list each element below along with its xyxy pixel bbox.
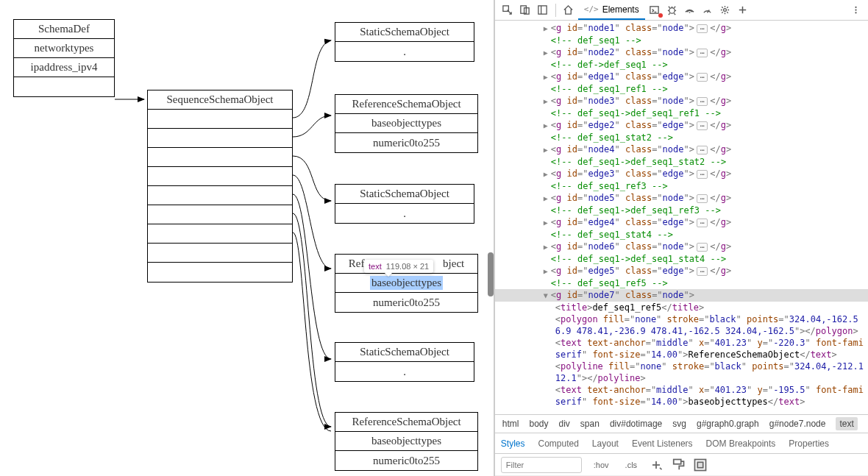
subtab-layout[interactable]: Layout bbox=[592, 434, 619, 453]
tooltip-dim: 119.08 × 21 bbox=[386, 262, 429, 271]
svg-point-9 bbox=[724, 9, 727, 12]
box-reference3: ReferenceSchemaObject baseobjecttypes nu… bbox=[335, 412, 478, 471]
subtab-computed[interactable]: Computed bbox=[538, 434, 578, 453]
console-icon[interactable] bbox=[647, 2, 663, 18]
subtab-event-listeners[interactable]: Event Listeners bbox=[632, 434, 693, 453]
paint-icon[interactable] bbox=[671, 458, 686, 472]
breadcrumb[interactable]: htmlbodydivspandiv#dotimagesvgg#graph0.g… bbox=[495, 414, 868, 433]
code-icon: </> bbox=[584, 4, 599, 14]
device-icon[interactable] bbox=[517, 2, 533, 18]
subtab-styles[interactable]: Styles bbox=[501, 434, 525, 453]
content-canvas[interactable]: SchemaDef networktypes ipaddress_ipv4 Se… bbox=[0, 0, 494, 476]
inspect-tooltip: text 119.08 × 21 bbox=[364, 260, 433, 273]
schemadef-row1: networktypes bbox=[14, 39, 114, 58]
bug-icon[interactable] bbox=[664, 2, 680, 18]
svg-rect-17 bbox=[674, 459, 681, 463]
more-icon[interactable] bbox=[847, 2, 864, 18]
svg-point-7 bbox=[669, 8, 675, 14]
svg-rect-19 bbox=[697, 462, 703, 468]
highlighted-text: baseobjecttypes bbox=[370, 276, 443, 290]
svg-rect-2 bbox=[521, 6, 527, 13]
schemadef-row2: ipaddress_ipv4 bbox=[14, 58, 114, 77]
tooltip-tag: text bbox=[369, 262, 382, 271]
breadcrumb-item[interactable]: g#node7.node bbox=[769, 419, 826, 429]
subtab-properties[interactable]: Properties bbox=[789, 434, 829, 453]
breadcrumb-item[interactable]: div#dotimage bbox=[610, 419, 662, 429]
settings-icon[interactable] bbox=[717, 2, 733, 18]
sequence-title: SequenceSchemaObject bbox=[148, 90, 292, 110]
performance-icon[interactable] bbox=[700, 2, 716, 18]
box-reference1: ReferenceSchemaObject baseobjecttypes nu… bbox=[335, 94, 478, 153]
svg-point-13 bbox=[855, 9, 856, 10]
cls-toggle[interactable]: .cls bbox=[621, 458, 642, 472]
dock-icon[interactable] bbox=[535, 2, 551, 18]
breadcrumb-item[interactable]: svg bbox=[672, 419, 686, 429]
add-tab-icon[interactable] bbox=[735, 2, 751, 18]
breadcrumb-item[interactable]: g#graph0.graph bbox=[697, 419, 759, 429]
network-icon[interactable] bbox=[682, 2, 698, 18]
dom-tree[interactable]: ▶<g id="node1" class="node">⋯</g><!-- de… bbox=[495, 21, 868, 414]
schemadef-title: SchemaDef bbox=[14, 20, 114, 39]
box-static3: StaticSchemaObject . bbox=[335, 342, 474, 382]
vertical-scrollbar[interactable] bbox=[488, 252, 494, 296]
styles-subtabs: StylesComputedLayoutEvent ListenersDOM B… bbox=[495, 433, 868, 454]
devtools-toolbar: </> Elements bbox=[495, 0, 868, 21]
svg-point-12 bbox=[855, 7, 856, 8]
breadcrumb-item[interactable]: span bbox=[580, 419, 600, 429]
computed-icon[interactable] bbox=[693, 458, 708, 472]
devtools-panel: </> Elements ▶<g id="node1" class="node"… bbox=[494, 0, 868, 476]
breadcrumb-item[interactable]: div bbox=[559, 419, 570, 429]
schemadef-empty bbox=[14, 77, 114, 96]
box-static2: StaticSchemaObject . bbox=[335, 184, 474, 224]
box-schemadef: SchemaDef networktypes ipaddress_ipv4 bbox=[13, 19, 115, 97]
box-sequence: SequenceSchemaObject bbox=[147, 90, 293, 283]
breadcrumb-item[interactable]: body bbox=[529, 419, 548, 429]
add-rule-icon[interactable] bbox=[649, 458, 664, 472]
subtab-dom-breakpoints[interactable]: DOM Breakpoints bbox=[706, 434, 776, 453]
breadcrumb-item[interactable]: text bbox=[836, 417, 857, 430]
breadcrumb-item[interactable]: html bbox=[502, 419, 519, 429]
svg-rect-4 bbox=[538, 6, 547, 14]
styles-toolbar: :hov .cls bbox=[495, 454, 868, 476]
inspect-icon[interactable] bbox=[499, 2, 516, 18]
tab-elements[interactable]: </> Elements bbox=[578, 1, 645, 20]
hov-toggle[interactable]: :hov bbox=[589, 458, 613, 472]
home-icon[interactable] bbox=[561, 2, 577, 18]
box-static1: StaticSchemaObject . bbox=[335, 22, 474, 62]
filter-input[interactable] bbox=[501, 457, 582, 473]
svg-point-14 bbox=[855, 12, 856, 13]
